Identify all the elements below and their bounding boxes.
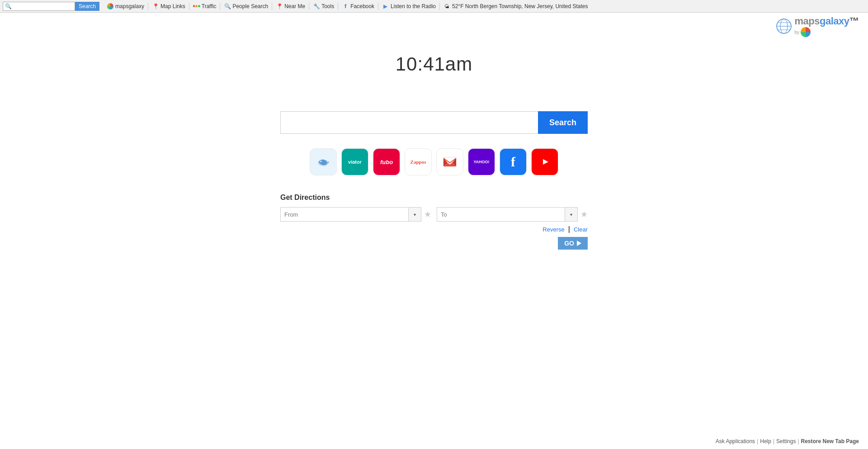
brand-logo: mapsgalaxy™ by [776, 15, 859, 37]
topbar-item-peoplesearch[interactable]: 🔍 People Search [220, 3, 272, 10]
weather-icon: 🌤 [443, 3, 451, 10]
reverse-link[interactable]: Reverse [542, 226, 564, 233]
directions-sep: | [568, 225, 570, 233]
main-search-input[interactable] [280, 111, 538, 134]
topbar-item-nearme[interactable]: 📍 Near Me [272, 3, 309, 10]
from-star-icon[interactable]: ★ [424, 209, 431, 219]
topbar-facebook-label: Facebook [350, 3, 374, 9]
clock-display: 10:41am [396, 53, 472, 75]
from-field-wrap: ▾ ★ [280, 207, 431, 222]
topbar-weather-label: 52°F North Bergen Township, New Jersey, … [452, 3, 588, 9]
topbar-tools-label: Tools [321, 3, 334, 9]
mapsgalaxy-icon [107, 3, 114, 10]
directions-section: Get Directions ▾ ★ ▾ ★ Reverse | [280, 194, 588, 250]
to-input[interactable] [437, 208, 565, 221]
main-content: 10:41am Search viator fubo Zappos [0, 13, 868, 250]
topbar-peoplesearch-label: People Search [232, 3, 268, 9]
brand-galaxy: galaxy [820, 15, 849, 27]
footer-sep3: | [797, 438, 799, 444]
shortcuts-bar: viator fubo Zappos YAHOO! f [310, 148, 558, 175]
topbar-item-weather[interactable]: 🌤 52°F North Bergen Township, New Jersey… [440, 3, 592, 10]
topbar-item-traffic[interactable]: Traffic [189, 3, 220, 10]
directions-title: Get Directions [280, 194, 588, 202]
footer-sep2: | [773, 438, 774, 444]
main-search-button[interactable]: Search [538, 111, 588, 134]
globe-icon [776, 18, 792, 34]
from-dropdown-button[interactable]: ▾ [408, 208, 421, 221]
directions-fields: ▾ ★ ▾ ★ [280, 207, 588, 222]
shortcut-viator[interactable]: viator [341, 148, 368, 175]
brand-name: mapsgalaxy™ [795, 15, 859, 27]
shortcut-fubo[interactable]: fubo [373, 148, 400, 175]
facebook-f-label: f [511, 155, 515, 169]
topbar-nearme-label: Near Me [284, 3, 305, 9]
zappos-label: Zappos [410, 159, 426, 165]
topbar: Search mapsgalaxy 📍 Map Links Traffic 🔍 … [0, 0, 868, 13]
go-arrow-icon [577, 241, 581, 246]
viator-label: viator [348, 159, 362, 165]
from-input[interactable] [281, 208, 408, 221]
peoplesearch-icon: 🔍 [224, 3, 231, 10]
go-button[interactable]: GO [558, 237, 588, 250]
topbar-mapsgalaxy-label: mapsgalaxy [115, 3, 144, 9]
from-input-container: ▾ [280, 207, 421, 222]
topbar-radio-label: Listen to the Radio [391, 3, 436, 9]
to-input-container: ▾ [437, 207, 578, 222]
shortcut-yahoo[interactable]: YAHOO! [468, 148, 495, 175]
restore-link[interactable]: Restore New Tab Page [801, 438, 859, 444]
to-field-wrap: ▾ ★ [437, 207, 588, 222]
topbar-traffic-label: Traffic [202, 3, 217, 9]
radio-icon: ▶ [382, 3, 389, 10]
traffic-icon [193, 3, 200, 10]
directions-actions: Reverse | Clear [280, 225, 588, 233]
topbar-search-container: Search [3, 2, 99, 11]
svg-point-6 [321, 161, 322, 162]
topbar-search-input[interactable] [3, 2, 75, 11]
footer: Ask Applications | Help | Settings | Res… [716, 438, 859, 444]
brand-mw-icon [801, 27, 811, 37]
topbar-item-maplinks[interactable]: 📍 Map Links [148, 3, 189, 10]
settings-link[interactable]: Settings [776, 438, 796, 444]
topbar-item-facebook[interactable]: f Facebook [338, 3, 378, 10]
yahoo-label: YAHOO! [473, 160, 489, 164]
shortcut-youtube[interactable] [531, 148, 558, 175]
ask-applications-link[interactable]: Ask Applications [716, 438, 755, 444]
brand-maps: maps [795, 15, 820, 27]
help-link[interactable]: Help [760, 438, 771, 444]
dolphin-icon [315, 154, 331, 170]
gmail-icon [442, 154, 458, 170]
clear-link[interactable]: Clear [574, 226, 588, 233]
topbar-maplinks-label: Map Links [160, 3, 185, 9]
to-dropdown-button[interactable]: ▾ [565, 208, 577, 221]
shortcut-facebook[interactable]: f [500, 148, 527, 175]
facebook-icon: f [342, 3, 349, 10]
topbar-item-tools[interactable]: 🔧 Tools [309, 3, 338, 10]
tools-icon: 🔧 [313, 3, 320, 10]
maplinks-icon: 📍 [152, 3, 159, 10]
shortcut-gmail[interactable] [436, 148, 463, 175]
fubo-label: fubo [380, 159, 393, 165]
youtube-icon [536, 153, 553, 170]
footer-sep1: | [757, 438, 758, 444]
shortcut-zappos[interactable]: Zappos [405, 148, 432, 175]
brand-by-label: by [795, 30, 800, 35]
go-label: GO [564, 240, 574, 247]
topbar-search-button[interactable]: Search [75, 2, 99, 11]
shortcut-dolphin[interactable] [310, 148, 337, 175]
topbar-item-radio[interactable]: ▶ Listen to the Radio [378, 3, 439, 10]
main-search-container: Search [280, 111, 588, 134]
nearme-icon: 📍 [276, 3, 283, 10]
to-star-icon[interactable]: ★ [580, 209, 588, 219]
topbar-item-mapsgalaxy[interactable]: mapsgalaxy [103, 3, 148, 10]
